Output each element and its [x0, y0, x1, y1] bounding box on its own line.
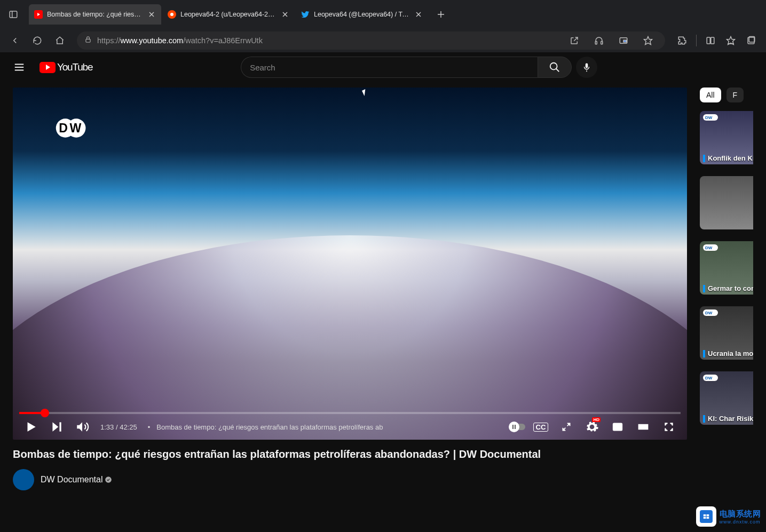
svg-rect-14 — [601, 41, 603, 44]
tabs-container: Bombas de tiempo: ¿qué riesgos Leopeva64… — [29, 0, 449, 28]
voice-search-button[interactable] — [576, 57, 597, 78]
svg-rect-37 — [512, 425, 514, 429]
search-button[interactable] — [538, 57, 572, 78]
svg-rect-12 — [86, 39, 90, 42]
youtube-logo[interactable]: YouTube — [40, 61, 92, 73]
svg-marker-17 — [644, 36, 652, 44]
home-button[interactable] — [50, 31, 69, 50]
search-input[interactable] — [241, 57, 538, 78]
svg-point-5 — [170, 13, 173, 16]
tab-actions-button[interactable] — [4, 5, 22, 23]
svg-rect-52 — [706, 517, 709, 519]
video-frame — [13, 235, 687, 440]
related-video[interactable]: DW Ucrania la movi — [700, 306, 753, 360]
svg-text:DW: DW — [705, 311, 713, 315]
tab-reddit[interactable]: Leopeva64-2 (u/Leopeva64-2) - F — [162, 4, 295, 25]
youtube-play-icon — [40, 62, 56, 73]
autoplay-toggle[interactable] — [508, 415, 527, 439]
svg-rect-18 — [707, 37, 710, 44]
pip-icon[interactable] — [614, 31, 633, 50]
tab-title: Leopeva64-2 (u/Leopeva64-2) - F — [180, 11, 277, 18]
player-controls: 1:33 / 42:25 • Bombas de tiempo: ¿qué ri… — [13, 414, 687, 440]
related-video[interactable]: DW Germar to cons — [700, 241, 753, 295]
separator-dot: • — [148, 423, 151, 431]
close-icon[interactable] — [281, 10, 289, 19]
time-display: 1:33 / 42:25 — [100, 423, 137, 431]
address-bar[interactable]: https://www.youtube.com/watch?v=aJ86Errw… — [77, 31, 665, 50]
video-player[interactable]: DW 1:33 / 42:25 • Bombas de tie — [13, 88, 687, 440]
watermark-logo-icon — [696, 506, 716, 527]
content-row: DW 1:33 / 42:25 • Bombas de tie — [0, 82, 766, 532]
new-tab-button[interactable] — [432, 6, 449, 23]
fullwindow-button[interactable] — [555, 415, 578, 439]
reddit-icon — [168, 10, 176, 19]
subtitles-button[interactable]: CC — [529, 415, 552, 439]
split-screen-icon[interactable] — [701, 31, 720, 50]
svg-text:W: W — [70, 121, 82, 135]
svg-marker-34 — [52, 422, 58, 431]
svg-point-27 — [550, 63, 557, 70]
collections-icon[interactable] — [741, 31, 761, 50]
svg-rect-38 — [515, 425, 516, 429]
url-text: https://www.youtube.com/watch?v=aJ86Errw… — [97, 36, 263, 45]
site-watermark: 电脑系统网 www.dnxtw.com — [696, 506, 761, 527]
related-title: Germar to cons — [703, 285, 753, 292]
dw-mini-icon: DW — [703, 375, 718, 381]
related-title: KI: Char Risiko fi — [703, 415, 753, 423]
tab-youtube[interactable]: Bombas de tiempo: ¿qué riesgos — [29, 4, 161, 25]
dw-mini-icon: DW — [703, 114, 718, 121]
svg-rect-50 — [706, 514, 709, 517]
search-container — [102, 57, 757, 78]
dw-mini-icon: DW — [703, 309, 718, 316]
back-button[interactable] — [5, 31, 25, 50]
related-video[interactable]: DW Konflik den Kir — [700, 111, 753, 164]
youtube-masthead: YouTube — [0, 52, 766, 82]
next-button[interactable] — [45, 415, 68, 439]
lock-icon — [84, 36, 92, 45]
svg-marker-2 — [37, 13, 40, 16]
svg-text:DW: DW — [705, 245, 713, 250]
dw-mini-icon: DW — [703, 244, 718, 251]
volume-button[interactable] — [70, 415, 94, 439]
favorite-star-icon[interactable] — [638, 31, 658, 50]
toolbar-right — [673, 31, 761, 50]
svg-marker-36 — [77, 422, 82, 431]
chapter-title[interactable]: Bombas de tiempo: ¿qué riesgos entrañan … — [156, 423, 383, 431]
channel-avatar[interactable] — [13, 469, 34, 490]
twitter-icon — [301, 10, 310, 19]
separator — [696, 35, 697, 46]
related-video[interactable] — [700, 176, 753, 229]
miniplayer-button[interactable] — [606, 415, 629, 439]
play-button[interactable] — [19, 415, 43, 439]
tab-twitter[interactable]: Leopeva64 (@Leopeva64) / Twitt — [296, 4, 428, 25]
svg-rect-49 — [703, 514, 706, 517]
favorites-icon[interactable] — [721, 31, 740, 50]
svg-rect-19 — [711, 37, 714, 44]
close-icon[interactable] — [147, 10, 156, 19]
fullscreen-button[interactable] — [657, 415, 681, 439]
refresh-button[interactable] — [28, 31, 47, 50]
svg-text:D: D — [59, 121, 68, 135]
chip-partial[interactable]: F — [726, 88, 744, 102]
svg-rect-42 — [618, 427, 621, 430]
svg-text:DW: DW — [705, 376, 713, 380]
svg-rect-51 — [703, 517, 706, 519]
close-icon[interactable] — [414, 10, 423, 19]
open-external-icon[interactable] — [565, 31, 584, 50]
tab-title: Leopeva64 (@Leopeva64) / Twitt — [314, 11, 410, 18]
headphones-icon[interactable] — [589, 31, 609, 50]
settings-button[interactable]: HD — [580, 415, 604, 439]
svg-rect-13 — [595, 41, 597, 44]
chip-all[interactable]: All — [700, 88, 721, 102]
extensions-icon[interactable] — [673, 31, 692, 50]
guide-menu-button[interactable] — [9, 57, 30, 78]
channel-name[interactable]: DW Documental — [41, 475, 112, 485]
watermark-url: www.dnxtw.com — [720, 519, 761, 525]
related-video[interactable]: DW KI: Char Risiko fi — [700, 371, 753, 425]
dw-watermark-icon: DW — [54, 116, 91, 142]
svg-text:DW: DW — [705, 115, 713, 120]
video-title: Bombas de tiempo: ¿qué riesgos entrañan … — [13, 447, 687, 462]
browser-tab-strip: Bombas de tiempo: ¿qué riesgos Leopeva64… — [0, 0, 766, 28]
theater-button[interactable] — [631, 415, 655, 439]
svg-point-44 — [106, 477, 112, 483]
